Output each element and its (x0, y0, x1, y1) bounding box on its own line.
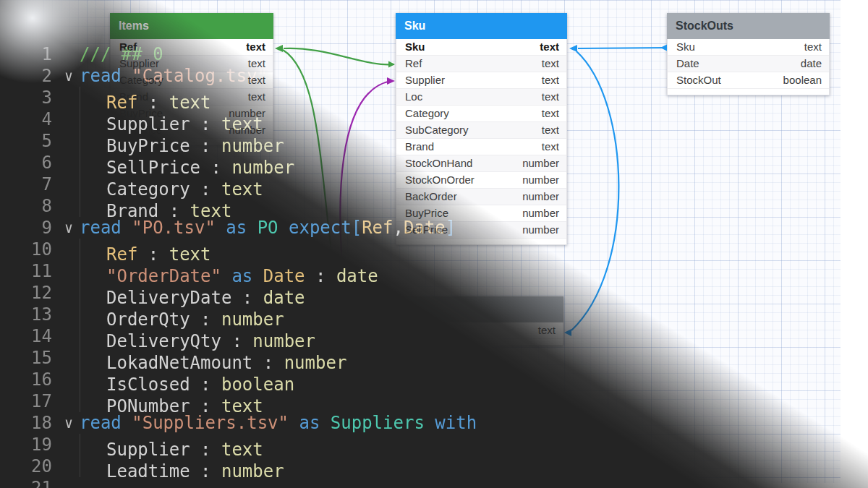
fold-gutter (58, 325, 80, 347)
code-line[interactable]: 13OrderQty : number (0, 304, 868, 325)
code-text: DeliveryQty : number (80, 325, 315, 347)
token: date (336, 266, 378, 286)
indent-guide (80, 152, 106, 174)
indent-guide (80, 325, 106, 347)
line-number: 2 (0, 65, 58, 87)
code-line[interactable]: 4Supplier : text (0, 108, 868, 130)
token: Date (404, 218, 446, 238)
indent-guide (80, 282, 106, 304)
code-line[interactable]: 3Ref : text (0, 87, 868, 108)
code-line[interactable]: 5BuyPrice : number (0, 130, 868, 152)
line-number: 9 (0, 217, 58, 239)
code-text: Category : text (80, 174, 263, 195)
fold-gutter (58, 87, 80, 108)
indent-guide (80, 87, 106, 108)
code-line[interactable]: 20Leadtime : number (0, 455, 868, 477)
code-line[interactable]: 2∨read "Catalog.tsv" as Items with (0, 65, 868, 87)
fold-gutter (58, 434, 80, 455)
code-line[interactable]: 1/// ## 0 (0, 43, 868, 65)
line-number: 17 (0, 390, 58, 412)
code-line[interactable]: 17PONumber : text (0, 390, 868, 412)
code-text: Brand : text (80, 195, 231, 217)
token: with (373, 66, 414, 86)
code-line[interactable]: 16IsClosed : boolean (0, 369, 868, 390)
fold-gutter (58, 455, 80, 477)
token (268, 66, 278, 86)
token: as (299, 413, 320, 433)
token (425, 413, 435, 433)
line-number: 11 (0, 260, 58, 282)
code-line[interactable]: 15LokadNetAmount : number (0, 347, 868, 369)
line-number: 7 (0, 174, 58, 195)
code-text: BuyPrice : number (80, 130, 284, 152)
code-line[interactable]: 10Ref : text (0, 239, 868, 260)
token: : (305, 266, 336, 286)
indent-guide (80, 239, 106, 260)
token: ] (446, 218, 456, 238)
indent-guide (80, 108, 106, 130)
fold-gutter (58, 347, 80, 369)
token: [ (352, 218, 362, 238)
fold-chevron-icon[interactable]: ∨ (58, 412, 80, 434)
fold-chevron-icon[interactable]: ∨ (58, 65, 80, 87)
token: as (226, 218, 247, 238)
code-line[interactable]: 7Category : text (0, 174, 868, 195)
line-number: 14 (0, 325, 58, 347)
token: number (221, 461, 284, 481)
token: Ref (362, 218, 393, 238)
code-text: Supplier : text (80, 108, 263, 130)
fold-gutter (58, 282, 80, 304)
screenshot-stage: ItemsReftextSuppliertextCategorytextBran… (0, 0, 868, 488)
line-number: 13 (0, 304, 58, 325)
code-line[interactable]: 11"OrderDate" as Date : date (0, 260, 868, 282)
fold-gutter (58, 390, 80, 412)
code-text: Ref : text (80, 239, 211, 260)
fold-chevron-icon[interactable]: ∨ (58, 217, 80, 239)
code-text: read "PO.tsv" as PO expect[Ref,Date] (80, 217, 456, 239)
line-number: 18 (0, 412, 58, 434)
token (247, 218, 257, 238)
token (122, 413, 132, 433)
fold-gutter (58, 239, 80, 260)
line-number: 16 (0, 369, 58, 390)
token (299, 66, 309, 86)
token (320, 413, 330, 433)
token (289, 413, 299, 433)
token: Leadtime (106, 461, 190, 481)
token: "Suppliers.tsv" (132, 413, 289, 433)
token: , (393, 218, 404, 238)
fold-gutter (58, 195, 80, 217)
code-line[interactable]: 14DeliveryQty : number (0, 325, 868, 347)
line-number: 10 (0, 239, 58, 260)
fold-gutter (58, 304, 80, 325)
indent-guide (80, 260, 106, 282)
token: /// ## 0 (80, 44, 163, 64)
line-number: 15 (0, 347, 58, 369)
code-line[interactable]: 6SellPrice : number (0, 152, 868, 174)
code-text: OrderQty : number (80, 304, 284, 325)
line-number: 5 (0, 130, 58, 152)
code-line[interactable]: 18∨read "Suppliers.tsv" as Suppliers wit… (0, 412, 868, 434)
code-line[interactable]: 19Supplier : text (0, 434, 868, 455)
token: expect (289, 218, 352, 238)
code-lines[interactable]: 1/// ## 02∨read "Catalog.tsv" as Items w… (0, 43, 868, 488)
fold-gutter (58, 152, 80, 174)
token: read (80, 218, 122, 238)
token: : (190, 461, 221, 481)
line-number: 4 (0, 108, 58, 130)
line-number: 21 (0, 477, 58, 488)
code-editor[interactable]: 1/// ## 02∨read "Catalog.tsv" as Items w… (0, 0, 868, 488)
code-text: Leadtime : number (80, 455, 284, 477)
code-line[interactable]: 12DeliveryDate : date (0, 282, 868, 304)
code-line[interactable]: 8Brand : text (0, 195, 868, 217)
code-text: IsClosed : boolean (80, 369, 294, 390)
token: as (278, 66, 299, 86)
code-text: SellPrice : number (80, 152, 294, 174)
indent-guide (80, 130, 106, 152)
token: read (80, 66, 122, 86)
token (278, 218, 289, 238)
code-line[interactable]: 9∨read "PO.tsv" as PO expect[Ref,Date] (0, 217, 868, 239)
token: "PO.tsv" (132, 218, 216, 238)
fold-gutter (58, 477, 80, 488)
indent-guide (80, 304, 106, 325)
